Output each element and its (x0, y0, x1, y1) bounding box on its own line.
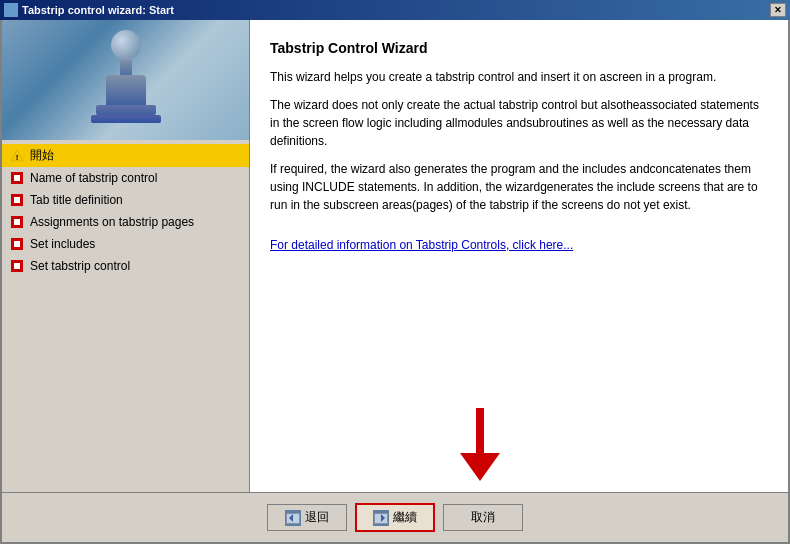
back-icon (285, 510, 301, 526)
red-square-icon-2 (10, 193, 24, 207)
sidebar-item-tab-title[interactable]: Tab title definition (2, 189, 249, 211)
svg-rect-7 (14, 219, 20, 225)
sidebar-item-name-label: Name of tabstrip control (30, 171, 157, 185)
sidebar: ! 開始 Name of tabstrip control (2, 20, 250, 492)
sidebar-item-tab-title-label: Tab title definition (30, 193, 123, 207)
sidebar-item-name[interactable]: Name of tabstrip control (2, 167, 249, 189)
sidebar-item-set-includes-label: Set includes (30, 237, 95, 251)
wizard-link[interactable]: For detailed information on Tabstrip Con… (270, 238, 573, 252)
cancel-button[interactable]: 取消 (443, 504, 523, 531)
content-area: ! 開始 Name of tabstrip control (2, 20, 788, 492)
close-button[interactable]: ✕ (770, 3, 786, 17)
wizard-title: Tabstrip Control Wizard (270, 40, 768, 56)
sidebar-item-start-label: 開始 (30, 147, 54, 164)
continue-button[interactable]: 繼續 (355, 503, 435, 532)
red-square-icon-5 (10, 259, 24, 273)
svg-rect-9 (14, 241, 20, 247)
cancel-label: 取消 (471, 509, 495, 526)
sidebar-item-assignments-label: Assignments on tabstrip pages (30, 215, 194, 229)
title-text: Tabstrip control wizard: Start (22, 4, 174, 16)
wizard-para-2: The wizard does not only create the actu… (270, 96, 768, 150)
back-label: 退回 (305, 509, 329, 526)
svg-rect-5 (14, 197, 20, 203)
warning-icon: ! (10, 149, 24, 163)
main-container: ! 開始 Name of tabstrip control (0, 20, 790, 544)
red-square-icon-1 (10, 171, 24, 185)
continue-icon (373, 510, 389, 526)
chess-piece-decoration (91, 30, 161, 123)
back-button[interactable]: 退回 (267, 504, 347, 531)
sidebar-item-set-includes[interactable]: Set includes (2, 233, 249, 255)
wizard-para-3: If required, the wizard also generates t… (270, 160, 768, 214)
sidebar-item-set-tabstrip[interactable]: Set tabstrip control (2, 255, 249, 277)
sidebar-item-start[interactable]: ! 開始 (2, 144, 249, 167)
red-square-icon-3 (10, 215, 24, 229)
sidebar-item-assignments[interactable]: Assignments on tabstrip pages (2, 211, 249, 233)
right-content: Tabstrip Control Wizard This wizard help… (250, 20, 788, 492)
wizard-para-1: This wizard helps you create a tabstrip … (270, 68, 768, 86)
sidebar-menu: ! 開始 Name of tabstrip control (2, 140, 249, 281)
title-bar: Tabstrip control wizard: Start ✕ (0, 0, 790, 20)
svg-text:!: ! (16, 153, 19, 162)
svg-rect-3 (14, 175, 20, 181)
title-icon (4, 3, 18, 17)
toolbar: 退回 繼續 取消 (2, 492, 788, 542)
svg-rect-11 (14, 263, 20, 269)
sidebar-image (2, 20, 249, 140)
continue-label: 繼續 (393, 509, 417, 526)
red-square-icon-4 (10, 237, 24, 251)
sidebar-item-set-tabstrip-label: Set tabstrip control (30, 259, 130, 273)
